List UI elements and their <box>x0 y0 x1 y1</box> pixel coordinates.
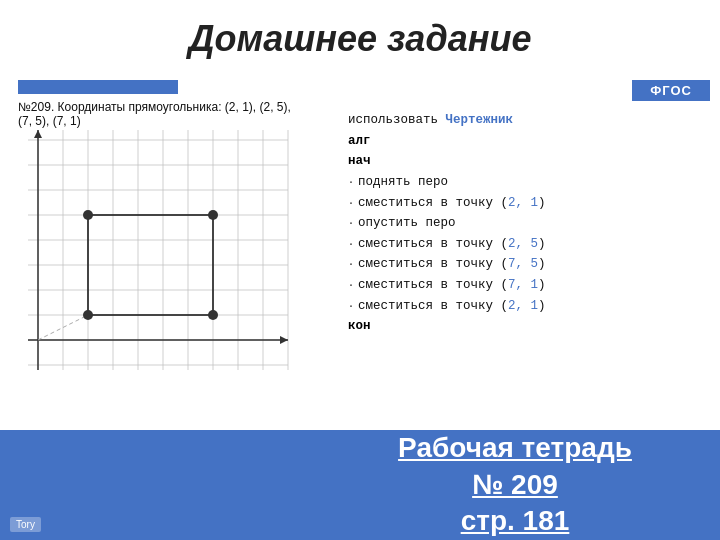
step-2: · сместиться в точку (2, 1) <box>348 193 710 214</box>
step-5: · сместиться в точку (7, 5) <box>348 254 710 275</box>
chartejnik-keyword: Чертежник <box>446 113 514 127</box>
coordinate-graph <box>18 120 298 400</box>
nach-line: нач <box>348 151 710 172</box>
alg-line: алг <box>348 131 710 152</box>
bottom-left-panel: Tory <box>0 430 310 540</box>
logo-text: Tory <box>10 517 41 532</box>
step-3: · опустить перо <box>348 213 710 234</box>
fgos-badge: ФГОС <box>632 80 710 101</box>
code-block: использовать Чертежник алг нач · поднять… <box>348 110 710 337</box>
step-7: · сместиться в точку (2, 1) <box>348 296 710 317</box>
workbook-line1: Рабочая тетрадь <box>398 430 632 466</box>
svg-point-29 <box>208 210 218 220</box>
bottom-right-panel: Рабочая тетрадь № 209 стр. 181 <box>310 430 720 540</box>
left-header-bar <box>18 80 178 94</box>
svg-point-28 <box>83 210 93 220</box>
graph-area <box>18 120 298 400</box>
step-6: · сместиться в точку (7, 1) <box>348 275 710 296</box>
left-panel: №209. Координаты прямоугольника: (2, 1),… <box>18 80 328 470</box>
use-line: использовать Чертежник <box>348 110 710 131</box>
svg-point-27 <box>83 310 93 320</box>
bottom-section: Tory Рабочая тетрадь № 209 стр. 181 <box>0 430 720 540</box>
step-4: · сместиться в точку (2, 5) <box>348 234 710 255</box>
svg-point-30 <box>208 310 218 320</box>
workbook-line2: № 209 <box>398 467 632 503</box>
page-title: Домашнее задание <box>0 0 720 70</box>
step-1: · поднять перо <box>348 172 710 193</box>
workbook-text: Рабочая тетрадь № 209 стр. 181 <box>398 430 632 539</box>
workbook-line3: стр. 181 <box>398 503 632 539</box>
kon-line: кон <box>348 316 710 337</box>
svg-marker-24 <box>34 130 42 138</box>
problem-number: №209. <box>18 100 54 114</box>
svg-marker-22 <box>280 336 288 344</box>
